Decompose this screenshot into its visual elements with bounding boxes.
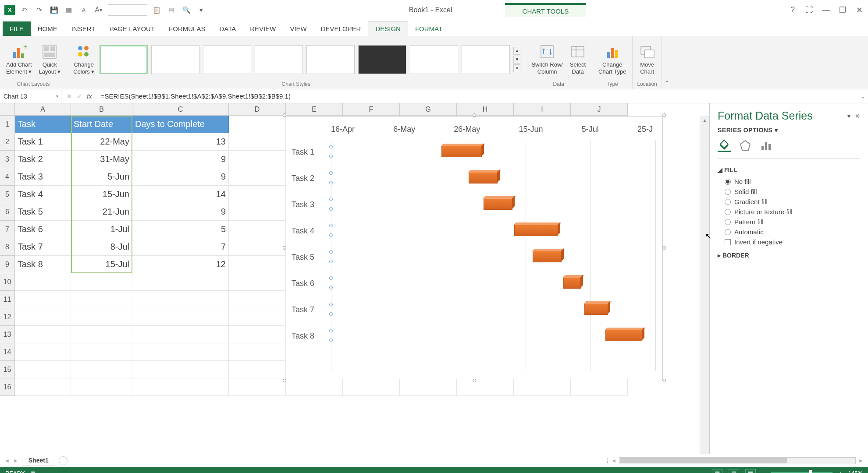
tab-formulas[interactable]: FORMULAS — [162, 21, 212, 36]
cell-C2[interactable]: 13 — [132, 133, 229, 151]
fill-section-header[interactable]: ◢ FILL — [718, 166, 860, 173]
cell-B7[interactable]: 1-Jul — [71, 221, 132, 238]
border-section-header[interactable]: ▸ BORDER — [718, 252, 860, 259]
cell-empty[interactable] — [132, 361, 229, 378]
format-pane-close[interactable]: ✕ — [855, 113, 860, 120]
tab-view[interactable]: VIEW — [283, 21, 313, 36]
tab-page-layout[interactable]: PAGE LAYOUT — [102, 21, 162, 36]
fill-option-pattern[interactable]: Pattern fill — [725, 218, 860, 226]
chart-plot-area[interactable]: Task 1 Task 2 Task 3 Task 4 — [292, 140, 653, 371]
font-size-increase[interactable]: A▾ — [93, 4, 104, 16]
close-button[interactable]: ✕ — [855, 6, 864, 14]
row-header-5[interactable]: 5 — [0, 186, 15, 203]
col-header-B[interactable]: B — [71, 103, 132, 116]
zoom-level[interactable]: 145% — [848, 470, 863, 473]
series-selection-handle[interactable] — [329, 233, 333, 237]
cell-empty[interactable] — [229, 378, 286, 396]
cell-empty[interactable] — [229, 133, 286, 151]
chart-style-1[interactable] — [100, 45, 148, 74]
sheet-nav-prev[interactable]: ◄ — [4, 458, 10, 464]
cell-A7[interactable]: Task 6 — [15, 221, 71, 238]
change-colors-button[interactable]: Change Colors ▾ — [71, 42, 96, 77]
cell-empty[interactable] — [229, 203, 286, 221]
series-selection-handle[interactable] — [329, 276, 333, 280]
fill-option-gradient[interactable]: Gradient fill — [725, 198, 860, 205]
cell-empty[interactable] — [132, 273, 229, 291]
col-header-C[interactable]: C — [132, 103, 229, 116]
font-size-decrease[interactable]: A — [78, 4, 89, 16]
qa-btn-more[interactable]: ▾ — [196, 4, 207, 16]
tab-format[interactable]: FORMAT — [408, 21, 449, 36]
cell-empty[interactable] — [15, 308, 71, 326]
cell-B8[interactable]: 8-Jul — [71, 238, 132, 256]
series-selection-handle[interactable] — [329, 207, 333, 211]
restore-button[interactable]: ❐ — [838, 6, 847, 14]
sheet-tab-1[interactable]: Sheet1 — [22, 455, 55, 466]
format-pane-options[interactable]: ▾ — [847, 113, 850, 120]
style-gallery-more[interactable]: ▾ — [513, 64, 520, 72]
row-header-13[interactable]: 13 — [0, 326, 15, 343]
tab-developer[interactable]: DEVELOPER — [314, 21, 368, 36]
qa-btn-preview[interactable]: 🔍 — [181, 4, 192, 16]
series-selection-handle[interactable] — [329, 198, 333, 201]
fill-option-picture[interactable]: Picture or texture fill — [725, 208, 860, 215]
cell-empty[interactable] — [15, 343, 71, 361]
hscroll-right[interactable]: ► — [858, 458, 864, 464]
cell-empty[interactable] — [71, 361, 132, 378]
cell-B1[interactable]: Start Date — [71, 116, 132, 133]
formula-enter[interactable]: ✓ — [77, 92, 82, 100]
gantt-bar[interactable] — [605, 330, 642, 341]
cell-empty[interactable] — [71, 343, 132, 361]
cell-A4[interactable]: Task 3 — [15, 168, 71, 186]
cell-empty[interactable] — [15, 291, 71, 308]
series-selection-handle[interactable] — [329, 250, 333, 254]
col-header-G[interactable]: G — [400, 103, 457, 116]
cell-empty[interactable] — [229, 238, 286, 256]
row-header-9[interactable]: 9 — [0, 256, 15, 273]
cell-empty[interactable] — [15, 326, 71, 343]
effects-icon[interactable] — [739, 139, 752, 152]
cell-empty[interactable] — [132, 378, 229, 396]
ribbon-display-button[interactable]: ⛶ — [805, 6, 814, 14]
fill-option-no_fill[interactable]: No fill — [725, 178, 860, 185]
cell-B4[interactable]: 5-Jun — [71, 168, 132, 186]
qa-dropdown[interactable] — [108, 4, 147, 16]
minimize-button[interactable]: — — [822, 6, 830, 14]
ribbon-collapse-button[interactable]: ⌃ — [662, 36, 672, 89]
cell-C1[interactable]: Days to Complete — [132, 116, 229, 133]
cell-B9[interactable]: 15-Jul — [71, 256, 132, 273]
normal-view-button[interactable]: ▦ — [712, 469, 722, 473]
change-chart-type-button[interactable]: Change Chart Type — [597, 42, 628, 77]
tab-file[interactable]: FILE — [3, 21, 31, 36]
qa-btn-paste[interactable]: 📋 — [151, 4, 162, 16]
cell-empty[interactable] — [229, 116, 286, 133]
save-button[interactable]: 💾 — [48, 4, 60, 16]
new-sheet-button[interactable]: + — [59, 456, 68, 465]
cell-empty[interactable] — [229, 326, 286, 343]
series-selection-handle[interactable] — [329, 224, 333, 227]
fill-option-automatic[interactable]: Automatic — [725, 228, 860, 236]
style-scroll-up[interactable]: ▲ — [513, 47, 520, 55]
fx-icon[interactable]: fx — [87, 92, 92, 100]
row-header-16[interactable]: 16 — [0, 378, 15, 396]
cell-empty[interactable] — [229, 221, 286, 238]
row-header-12[interactable]: 12 — [0, 308, 15, 326]
fill-line-icon[interactable] — [718, 139, 731, 152]
hscroll-left[interactable]: ◄ — [611, 458, 616, 464]
chart-style-2[interactable] — [151, 45, 199, 74]
macro-record-icon[interactable]: ▦ — [30, 470, 36, 473]
row-header-6[interactable]: 6 — [0, 203, 15, 221]
gantt-bar[interactable] — [563, 277, 581, 289]
series-selection-handle[interactable] — [329, 181, 333, 184]
cell-B5[interactable]: 15-Jun — [71, 186, 132, 203]
cell-C9[interactable]: 12 — [132, 256, 229, 273]
series-selection-handle[interactable] — [329, 171, 333, 175]
gantt-bar[interactable] — [514, 225, 558, 236]
col-header-H[interactable]: H — [457, 103, 514, 116]
cell-C4[interactable]: 9 — [132, 168, 229, 186]
tab-home[interactable]: HOME — [31, 21, 64, 36]
name-box[interactable]: Chart 13 — [0, 89, 61, 103]
cell-empty[interactable] — [286, 378, 343, 396]
cell-A6[interactable]: Task 5 — [15, 203, 71, 221]
cell-A8[interactable]: Task 7 — [15, 238, 71, 256]
